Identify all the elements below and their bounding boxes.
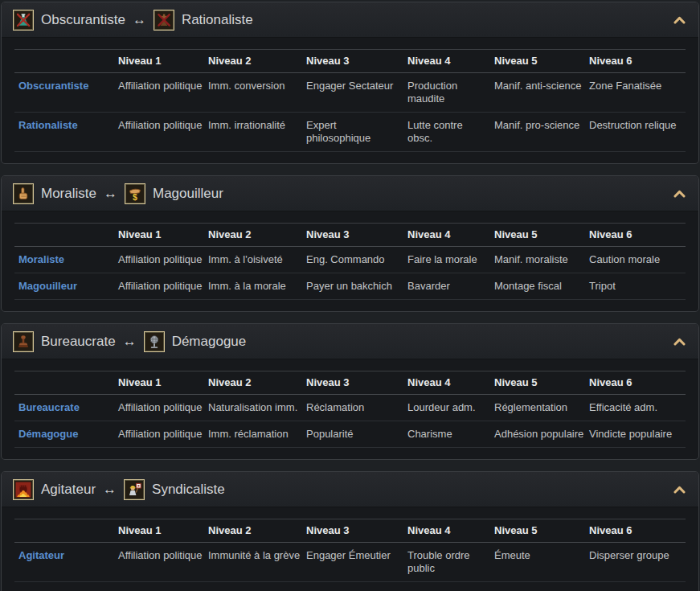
column-header: Niveau 5: [492, 519, 587, 543]
faction-name-right: Rationaliste: [182, 12, 253, 28]
faction-name-right: Magouilleur: [153, 186, 223, 202]
ability-cell: Engager Sectateur: [304, 73, 405, 113]
ability-cell: Réglementation: [492, 395, 587, 421]
ability-cell: Zone Fanatisée: [587, 73, 686, 113]
ability-cell: Engager Émeutier: [304, 543, 405, 582]
table-header-row: Niveau 1 Niveau 2 Niveau 3 Niveau 4 Nive…: [14, 519, 686, 543]
faction-link[interactable]: Obscurantiste: [18, 80, 88, 92]
ability-cell: Imm. réclamation: [206, 421, 304, 448]
faction-link[interactable]: Rationaliste: [18, 119, 78, 131]
column-header: Niveau 1: [116, 519, 206, 543]
section-header[interactable]: Moraliste ↔ $ Magouilleur: [2, 176, 698, 211]
corner-cell: [14, 371, 116, 395]
column-header: Niveau 4: [405, 224, 492, 247]
pointing-finger-icon: [13, 183, 34, 204]
corner-cell: [14, 224, 116, 247]
ability-cell: Tripot: [587, 273, 686, 300]
ability-cell: Affiliation politique: [116, 395, 206, 421]
table-header-row: Niveau 1 Niveau 2 Niveau 3 Niveau 4 Nive…: [14, 50, 686, 73]
section-header[interactable]: Obscurantiste ↔ Rationaliste: [2, 2, 698, 38]
faction-link[interactable]: Moraliste: [18, 253, 64, 265]
collapse-button[interactable]: [672, 334, 687, 349]
column-header: Niveau 2: [206, 519, 304, 543]
ability-cell: Vindicte populaire: [587, 421, 686, 448]
column-header: Niveau 6: [587, 50, 686, 73]
ability-cell: Bavarder: [405, 273, 492, 300]
niveau-table: Niveau 1 Niveau 2 Niveau 3 Niveau 4 Nive…: [14, 49, 686, 152]
column-header: Niveau 1: [116, 371, 206, 395]
ability-cell: Trouble ordre public: [405, 543, 492, 582]
faction-name-left: Moraliste: [41, 186, 96, 202]
faction-name-left: Agitateur: [41, 482, 96, 498]
chevron-up-icon: [673, 338, 686, 346]
column-header: Niveau 6: [587, 519, 686, 543]
column-header: Niveau 4: [405, 519, 492, 543]
column-header: Niveau 5: [492, 224, 587, 247]
ability-cell: Manif. anti-science: [492, 73, 587, 113]
collapse-button[interactable]: [672, 187, 687, 201]
ability-cell: Imm. irrationalité: [206, 113, 304, 152]
ability-cell: Efficacité adm.: [587, 395, 686, 421]
ability-cell: Affiliation politique: [116, 273, 206, 300]
ability-cell: Augm. salariale: [206, 582, 304, 591]
chevron-up-icon: [673, 16, 686, 24]
ability-cell: Manif. moraliste: [492, 247, 587, 273]
section-obscurantiste-rationaliste: Obscurantiste ↔ Rationaliste: [1, 2, 699, 164]
ability-cell: Affiliation politique: [116, 247, 206, 273]
collapse-button[interactable]: [672, 13, 687, 27]
table-row: Bureaucrate Affiliation politique Natura…: [14, 395, 686, 421]
table-row: Rationaliste Affiliation politique Imm. …: [14, 113, 686, 152]
ability-cell: Manif. pro-science: [492, 113, 587, 152]
ability-cell: Grève: [405, 582, 492, 591]
arrow-separator: ↔: [104, 186, 117, 202]
table-header-row: Niveau 1 Niveau 2 Niveau 3 Niveau 4 Nive…: [14, 371, 686, 395]
ability-cell: Émeute: [492, 543, 587, 582]
section-header[interactable]: Bureaucrate ↔ Démagogue: [2, 324, 698, 359]
ability-cell: Destruction relique: [587, 113, 686, 152]
faction-name-right: Syndicaliste: [152, 482, 225, 498]
faction-name-left: Obscurantiste: [41, 12, 125, 28]
ability-cell: Payer un bakchich: [304, 273, 405, 300]
crossed-cross-icon: [154, 10, 174, 31]
faction-name-left: Bureaucrate: [41, 334, 116, 350]
microphone-icon: [144, 331, 165, 352]
ability-cell: Lourdeur adm.: [405, 395, 492, 421]
collapse-button[interactable]: [672, 482, 687, 497]
ability-cell: Expert philosophique: [304, 113, 405, 152]
section-header[interactable]: Agitateur ↔ Syndicaliste: [2, 472, 698, 507]
faction-link[interactable]: Magouilleur: [18, 280, 77, 292]
ability-cell: Caution morale: [587, 247, 686, 273]
column-header: Niveau 2: [206, 224, 304, 247]
table-row: Moraliste Affiliation politique Imm. à l…: [14, 247, 686, 273]
column-header: Niveau 3: [304, 519, 405, 543]
column-header: Niveau 6: [587, 224, 686, 247]
section-moraliste-magouilleur: Moraliste ↔ $ Magouilleur Niveau 1 Ni: [1, 175, 699, 312]
faction-name-right: Démagogue: [172, 334, 247, 350]
crossed-flask-icon: [13, 10, 34, 31]
ability-cell: Montage fiscal: [492, 273, 587, 300]
ability-cell: Production maudite: [405, 73, 492, 113]
chevron-up-icon: [673, 486, 686, 494]
table-row: Syndicaliste Affiliation politique Augm.…: [14, 582, 686, 591]
table-row: Magouilleur Affiliation politique Imm. à…: [14, 273, 686, 300]
protester-sign-icon: [124, 479, 145, 500]
rubber-stamp-icon: [13, 331, 34, 352]
column-header: Niveau 5: [492, 371, 587, 395]
svg-text:$: $: [133, 191, 137, 201]
column-header: Niveau 4: [405, 50, 492, 73]
faction-link[interactable]: Agitateur: [18, 549, 64, 561]
faction-link[interactable]: Démagogue: [18, 428, 78, 440]
fist-flames-icon: [13, 479, 34, 500]
table-row: Démagogue Affiliation politique Imm. réc…: [14, 421, 686, 448]
ability-cell: Conv. collective: [587, 582, 686, 591]
column-header: Niveau 3: [304, 224, 405, 247]
ability-cell: Charisme: [405, 421, 492, 448]
column-header: Niveau 2: [206, 50, 304, 73]
ability-cell: Affiliation politique: [116, 543, 206, 582]
faction-link[interactable]: Bureaucrate: [18, 401, 80, 413]
ability-cell: Imm. à l'oisiveté: [206, 247, 304, 273]
column-header: Niveau 4: [405, 371, 492, 395]
section-body: Niveau 1 Niveau 2 Niveau 3 Niveau 4 Nive…: [2, 507, 698, 591]
hand-money-icon: $: [125, 183, 145, 204]
ability-cell: Imm. conversion: [206, 73, 304, 113]
